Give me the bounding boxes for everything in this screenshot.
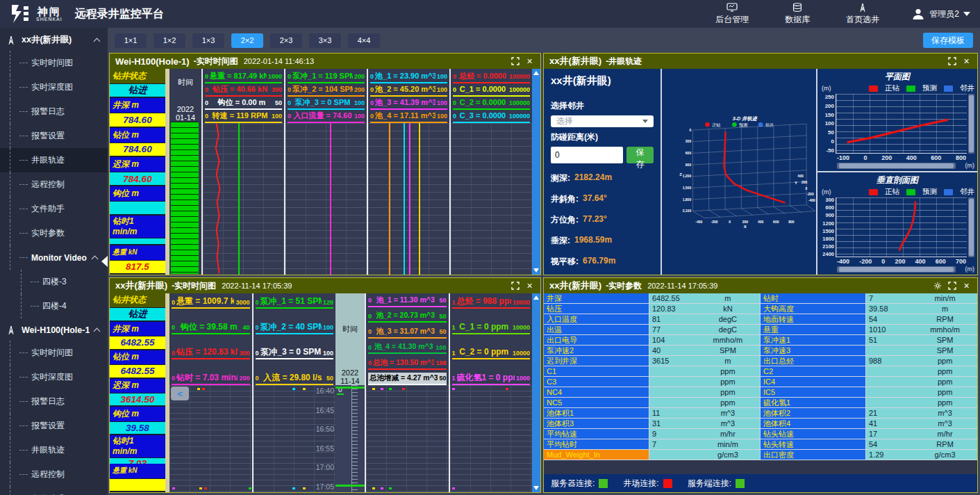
sidebar-tree-item[interactable]: 报警日志 <box>0 389 108 414</box>
scroll-down-icon[interactable] <box>533 268 539 273</box>
curve-max: 100 <box>435 343 446 353</box>
data-mark <box>303 388 306 390</box>
grid-layout-button[interactable]: 2×2 <box>231 33 263 48</box>
sidebar-tree-item[interactable]: 远程控制 <box>0 462 108 487</box>
sidebar-tree-item[interactable]: 报警日志 <box>0 99 108 124</box>
save-template-button[interactable]: 保存模板 <box>923 33 973 48</box>
scroll-up-icon[interactable] <box>533 71 539 75</box>
data-mark <box>381 388 383 390</box>
close-icon[interactable]: × <box>524 281 535 291</box>
sidebar-tree-item[interactable]: 实时深度图 <box>0 75 108 99</box>
expand-icon[interactable] <box>947 281 957 291</box>
curve-value: C_1 = 0.0000 <box>458 83 508 95</box>
sidebar-tree-item[interactable]: 远程控制 <box>0 172 108 197</box>
chevron-up-icon[interactable] <box>94 38 101 44</box>
sidebar-tree-item[interactable]: 四楼-3 <box>0 270 108 294</box>
param-value: 3615 <box>649 356 696 366</box>
horizontal-scrollbar[interactable] <box>837 266 956 273</box>
chevron-up-icon[interactable] <box>91 255 98 262</box>
expand-icon[interactable] <box>947 56 957 67</box>
horizontal-scrollbar[interactable] <box>837 163 956 169</box>
scroll-up-icon[interactable] <box>533 295 539 300</box>
param-unit: min/m <box>696 439 760 449</box>
readout-value: 2182.24m <box>574 172 612 184</box>
sidebar-item-label: 四楼-4 <box>42 300 67 312</box>
layout-toolbar: 1×1 1×2 1×3 2×2 2×3 3×3 4×4 保存模板 <box>108 28 980 53</box>
param-unit: degC <box>696 314 760 324</box>
close-icon[interactable]: × <box>524 56 535 67</box>
anti-collision-distance-input[interactable] <box>551 147 623 163</box>
sidebar-tree-item[interactable]: 实时时间图 <box>0 341 108 365</box>
save-button[interactable]: 保存 <box>626 147 654 163</box>
grid-layout-button[interactable]: 1×3 <box>192 33 224 48</box>
panel-subtitle: -井眼轨迹 <box>606 56 642 67</box>
grid-layout-button[interactable]: 2×3 <box>270 33 302 48</box>
legend-label: 预测 <box>922 83 937 93</box>
back-arrow-button[interactable]: < <box>171 387 189 400</box>
sidebar-tree-item[interactable]: 实时深度图 <box>0 365 108 389</box>
vertical-scrollbar[interactable] <box>532 69 540 275</box>
sidebar-tree-item[interactable]: 井眼轨迹 <box>0 438 108 462</box>
table-row: NC5 ppm 硫化氢1 <box>544 398 977 408</box>
readout-row: 垂深: 1968.59m <box>551 235 654 247</box>
sidebar-well-1[interactable]: xx井(新井眼) <box>0 28 108 51</box>
tick-label: 150 <box>825 112 834 118</box>
trajectory-side-charts: 平面图 (m) 正钻 预测 邻井 <box>816 69 977 275</box>
grid-layout-button[interactable]: 3×3 <box>309 33 341 48</box>
param-value: 817.5 <box>110 261 165 275</box>
param-cell: 迟深 m 3614.50 <box>110 379 165 407</box>
trajectory-3d-chart[interactable]: 3-D 井轨迹 正钻 预测 邻井 <box>662 69 816 275</box>
sidebar-tree-item[interactable]: 报警设置 <box>0 414 108 438</box>
curve-max: 50 <box>439 312 446 322</box>
param-name: 池体积2 <box>761 408 866 418</box>
curve-header: 总池增减 = 4.27 m^3 50 <box>368 373 447 385</box>
data-mark <box>402 388 405 390</box>
vertical-scrollbar[interactable] <box>968 197 974 257</box>
vertical-scrollbar[interactable] <box>532 293 540 492</box>
sidebar-tree-item[interactable]: 实时参数 <box>0 221 108 245</box>
sidebar-item-label: 实时时间图 <box>31 347 73 359</box>
sidebar-tree-item[interactable]: 实时时间图 <box>0 51 108 75</box>
neighbor-well-select[interactable]: 选择 <box>551 115 654 127</box>
track-pumps: 0 泵冲_1 = 51 SPM 120 0 泵冲_2 = 40 SPM 100 <box>252 293 336 492</box>
tree-connector <box>19 111 28 112</box>
sidebar-tree-item[interactable]: 文件助手 <box>0 197 108 221</box>
chevron-up-icon[interactable] <box>94 328 101 335</box>
user-menu[interactable]: 管理员2 <box>911 7 970 21</box>
expand-icon[interactable] <box>510 56 520 67</box>
close-icon[interactable]: × <box>961 281 972 291</box>
sidebar-tree-item[interactable]: 四楼-4 <box>0 294 108 318</box>
grid-layout-button[interactable]: 4×4 <box>348 33 380 48</box>
wob-curve <box>203 123 284 275</box>
expand-icon[interactable] <box>510 281 520 291</box>
scroll-down-icon[interactable] <box>533 486 539 490</box>
vertical-scrollbar[interactable] <box>968 94 974 154</box>
axis-unit: (m) <box>965 162 975 169</box>
tick-label: 400 <box>906 154 917 161</box>
gear-icon[interactable] <box>932 281 942 291</box>
select-placeholder: 选择 <box>556 115 573 127</box>
axis-unit: (m) <box>822 188 831 195</box>
param-value: 54 <box>866 439 913 449</box>
sidebar-collapse-handle[interactable] <box>101 256 108 267</box>
panel-well-trajectory: xx井(新井眼) -井眼轨迹 × xx井(新井眼) 选择邻井 选择 <box>543 53 978 275</box>
close-icon[interactable]: × <box>961 56 972 67</box>
svg-text:900: 900 <box>686 163 692 167</box>
legend-chip <box>944 86 953 92</box>
nav-database[interactable]: 数据库 <box>785 3 810 26</box>
legend-label: 邻井 <box>960 187 974 197</box>
sidebar-tree-item[interactable]: 井眼轨迹 <box>0 148 108 172</box>
grid-layout-button[interactable]: 1×2 <box>153 33 185 48</box>
svg-text:1,500: 1,500 <box>683 186 692 190</box>
nav-backend-management[interactable]: 后台管理 <box>715 3 749 26</box>
time-log-chart: 时间 2022 01-14 0 <box>169 69 540 275</box>
sidebar-item-monitor-video[interactable]: Monitor Video <box>0 245 108 270</box>
sidebar-tree-item[interactable]: 报警设置 <box>0 124 108 148</box>
table-row: 迟到井深 3615 m 出口总烃 988 <box>544 356 977 366</box>
sidebar-well-2[interactable]: Wei-H100(Hole-1) <box>0 318 108 341</box>
param-unit: g/cm3 <box>913 450 977 460</box>
readout-value: 77.23° <box>583 214 607 226</box>
sidebar-tree-item[interactable]: 文件助手 <box>0 487 108 495</box>
grid-layout-button[interactable]: 1×1 <box>115 33 147 48</box>
nav-home-well-select[interactable]: 首页选井 <box>846 3 879 26</box>
